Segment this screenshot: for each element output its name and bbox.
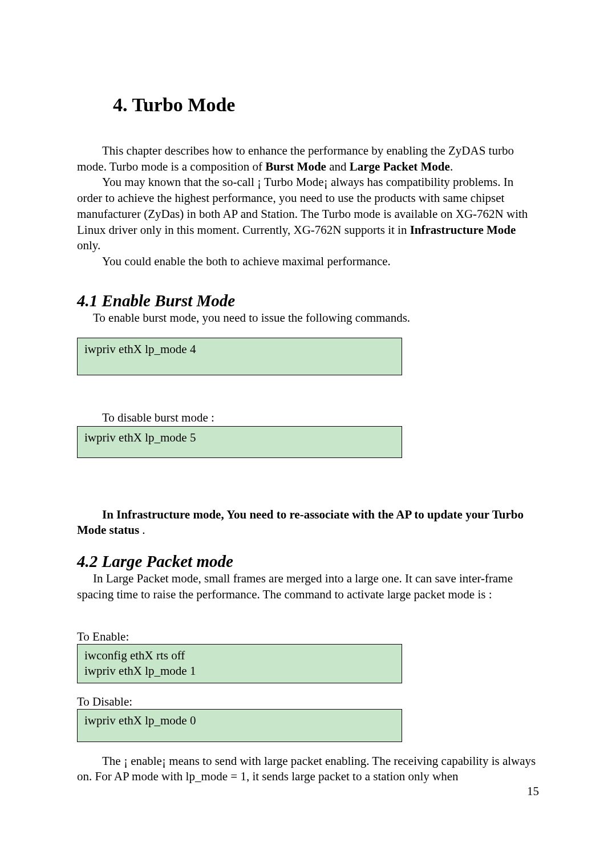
page-number: 15	[527, 784, 539, 799]
bold-burst-mode: Burst Mode	[265, 160, 326, 173]
command-box-disable-large-packet: iwpriv ethX lp_mode 0	[77, 709, 402, 742]
label-to-disable: To Disable:	[77, 695, 539, 709]
intro-para-2: You may known that the so-call ¡ Turbo M…	[77, 175, 539, 254]
s42-para-1: In Large Packet mode, small frames are m…	[77, 571, 539, 602]
s41-para-1: To enable burst mode, you need to issue …	[93, 310, 539, 326]
text: .	[450, 160, 453, 173]
command-text: iwpriv ethX lp_mode 1	[84, 663, 395, 679]
section-heading-4-2: 4.2 Large Packet mode	[77, 552, 539, 571]
text: .	[139, 523, 145, 537]
command-text: iwpriv ethX lp_mode 5	[84, 430, 395, 446]
bold-large-packet-mode: Large Packet Mode	[350, 160, 450, 173]
s41-para-2: To disable burst mode :	[77, 410, 539, 426]
text: and	[326, 160, 350, 173]
command-text: iwconfig ethX rts off	[84, 648, 395, 664]
section-heading-4-1: 4.1 Enable Burst Mode	[77, 291, 539, 310]
command-text: iwpriv ethX lp_mode 4	[84, 342, 395, 358]
label-to-enable: To Enable:	[77, 630, 539, 644]
s42-para-2: The ¡ enable¡ means to send with large p…	[77, 753, 539, 785]
chapter-title: 4. Turbo Mode	[113, 94, 539, 116]
command-box-disable-burst: iwpriv ethX lp_mode 5	[77, 426, 402, 458]
text: only.	[77, 238, 100, 252]
intro-para-1: This chapter describes how to enhance th…	[77, 143, 539, 175]
s41-note: In Infrastructure mode, You need to re-a…	[77, 507, 539, 538]
command-box-enable-large-packet: iwconfig ethX rts off iwpriv ethX lp_mod…	[77, 644, 402, 683]
bold-infrastructure-mode: Infrastructure Mode	[410, 223, 516, 237]
command-box-enable-burst: iwpriv ethX lp_mode 4	[77, 338, 402, 375]
command-text: iwpriv ethX lp_mode 0	[84, 713, 395, 729]
intro-para-3: You could enable the both to achieve max…	[77, 254, 539, 270]
